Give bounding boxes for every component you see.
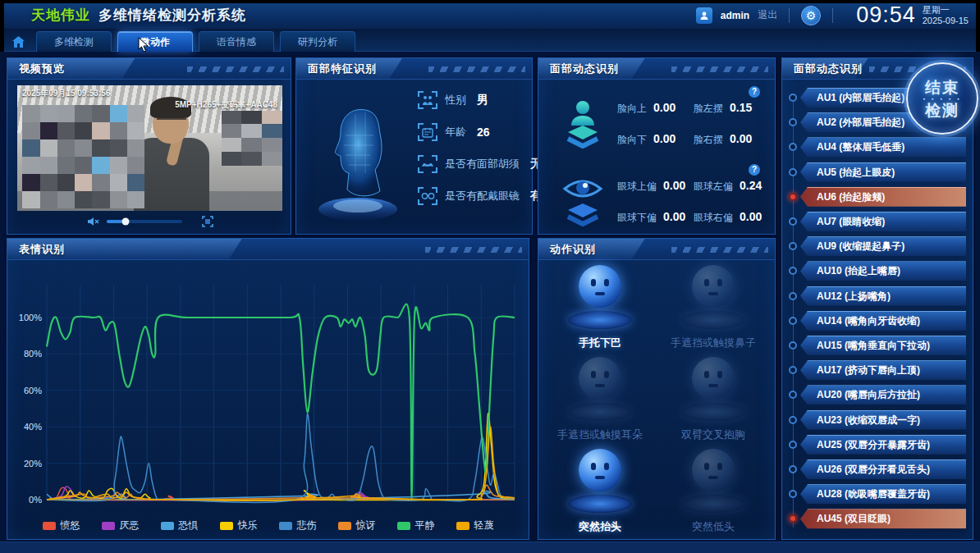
clock-date: 2025-09-15	[923, 16, 969, 26]
end-detection-button[interactable]: 结束 ● ● ● ● ● 检测	[906, 62, 978, 135]
tab-4[interactable]: 研判分析	[280, 31, 355, 52]
au-item[interactable]: AU20 (嘴唇向后方拉扯)	[782, 385, 966, 404]
au-label: AU12 (上扬嘴角)	[800, 286, 966, 306]
legend-item[interactable]: 平静	[397, 519, 435, 532]
logout-button[interactable]: 退出	[758, 8, 777, 22]
hologram-head	[305, 86, 411, 227]
feature-label: 性别	[445, 93, 466, 107]
help-icon[interactable]: ?	[749, 86, 760, 98]
panel-title: 面部特征识别	[296, 58, 532, 79]
au-item[interactable]: AU45 (双目眨眼)	[782, 509, 966, 528]
legend-label: 悲伤	[297, 519, 317, 532]
metric-label: 脸右摆	[694, 133, 723, 147]
face-features-panel: 面部特征识别	[295, 57, 533, 235]
au-item[interactable]: AU25 (双唇分开暴露牙齿)	[782, 435, 966, 455]
action-label: 双臂交叉抱胸	[681, 427, 745, 442]
au-status-dot	[789, 267, 797, 275]
au-status-dot	[789, 143, 797, 151]
au-item[interactable]: AU5 (抬起上眼皮)	[782, 162, 966, 182]
metric-value: 0.00	[653, 101, 675, 114]
legend-item[interactable]: 厌恶	[102, 519, 140, 532]
video-controls	[17, 214, 282, 229]
action-item[interactable]: 突然低头	[657, 449, 770, 541]
action-label: 手遮挡或触摸耳朵	[557, 427, 643, 442]
au-status-dot	[789, 168, 797, 176]
metric-label: 眼球右偏	[694, 211, 733, 225]
feature-label: 是否有面部胡须	[445, 157, 520, 171]
action-label: 突然低头	[692, 519, 735, 534]
au-item[interactable]: AU23 (收缩双唇成一字)	[782, 410, 966, 430]
metric-label: 脸左摆	[694, 102, 723, 116]
au-item[interactable]: AU15 (嘴角垂直向下拉动)	[782, 336, 966, 355]
fullscreen-icon[interactable]	[202, 216, 213, 227]
action-item[interactable]: 双臂交叉抱胸	[657, 357, 770, 449]
action-item[interactable]: 突然抬头	[543, 449, 657, 541]
au-item[interactable]: AU14 (嘴角向牙齿收缩)	[782, 311, 966, 331]
tab-2[interactable]: 微动作	[117, 31, 193, 52]
au-label: AU45 (双目眨眼)	[800, 509, 966, 528]
au-label: AU20 (嘴唇向后方拉扯)	[800, 385, 966, 404]
panel-header: 视频预览	[7, 58, 291, 80]
video-frame[interactable]: 2025年09月15 09:53:56 5MP+H265+变码率+AAC48	[17, 85, 282, 211]
au-status-dot	[789, 118, 797, 126]
au-item[interactable]: AU6 (抬起脸颊)	[782, 187, 966, 207]
legend-label: 惊讶	[356, 519, 376, 532]
legend-item[interactable]: 快乐	[220, 519, 258, 532]
legend-item[interactable]: 恐惧	[161, 519, 199, 532]
end-button-dots: ● ● ● ● ●	[923, 97, 962, 101]
action-item[interactable]: 手遮挡或触摸耳朵	[543, 357, 657, 449]
legend-item[interactable]: 愤怒	[43, 519, 80, 532]
au-status-dot	[789, 391, 797, 399]
au-status-dot	[789, 490, 797, 498]
tab-3[interactable]: 语音情感	[199, 31, 274, 52]
svg-text:40%: 40%	[24, 422, 42, 432]
help-icon[interactable]: ?	[749, 164, 760, 176]
tab-1[interactable]: 多维检测	[36, 31, 112, 52]
au-label: AU9 (收缩提起鼻子)	[800, 236, 966, 256]
au-item[interactable]: AU17 (挤动下唇向上顶)	[782, 360, 966, 380]
metric-value: 0.00	[663, 210, 685, 223]
action-orb-icon	[678, 449, 749, 513]
legend-item[interactable]: 惊讶	[338, 519, 376, 532]
end-button-line1: 结束	[925, 79, 959, 96]
au-item[interactable]: AU10 (抬起上嘴唇)	[782, 261, 966, 281]
au-status-dot	[789, 94, 797, 102]
au-item[interactable]: AU9 (收缩提起鼻子)	[782, 236, 966, 256]
au-label: AU28 (吮吸嘴唇覆盖牙齿)	[800, 484, 966, 504]
legend-swatch	[456, 522, 469, 530]
expression-line-chart: 0%20%40%60%80%100%	[11, 263, 525, 510]
action-item[interactable]: 手托下巴	[543, 265, 657, 357]
volume-knob[interactable]	[121, 218, 129, 226]
au-item[interactable]: AU7 (眼睛收缩)	[782, 212, 966, 231]
legend-label: 厌恶	[120, 519, 140, 532]
app-root: 天地伟业 多维情绪检测分析系统 admin 退出 ⚙ 09:54 星期一 202…	[0, 0, 980, 553]
metric-label: 眼球上偏	[617, 180, 657, 194]
metric: 脸向下0.00	[617, 132, 689, 147]
au-status-dot	[789, 341, 797, 350]
user-avatar-icon	[696, 7, 712, 24]
brand-logo: 天地伟业	[31, 6, 90, 25]
au-item[interactable]: AU28 (吮吸嘴唇覆盖牙齿)	[782, 484, 966, 504]
face-dynamics-panel: 面部动态识别 ?脸向上0.00脸左摆0.15脸向下0.00脸右摆0.00?眼球上…	[538, 57, 776, 235]
au-status-dot	[789, 317, 797, 325]
settings-gear-icon[interactable]: ⚙	[801, 6, 821, 25]
au-item[interactable]: AU12 (上扬嘴角)	[782, 286, 966, 306]
home-icon[interactable]	[4, 31, 32, 52]
panel-title: 面部动态识别	[538, 58, 775, 79]
legend-label: 快乐	[238, 519, 258, 532]
action-label: 手遮挡或触摸鼻子	[671, 336, 756, 350]
au-status-dot	[789, 292, 797, 300]
action-item[interactable]: 手遮挡或触摸鼻子	[657, 265, 770, 357]
au-status-dot	[789, 465, 797, 473]
volume-slider[interactable]	[107, 220, 182, 223]
metric-label: 眼球下偏	[617, 211, 657, 225]
bottom-strip	[0, 542, 980, 553]
au-item[interactable]: AU26 (双唇分开看见舌头)	[782, 459, 966, 479]
legend-item[interactable]: 轻蔑	[456, 519, 494, 532]
legend-item[interactable]: 悲伤	[279, 519, 317, 532]
expression-chart-panel: 表情识别 0%20%40%60%80%100% 愤怒厌恶恐惧快乐悲伤惊讶平静轻蔑	[7, 238, 529, 540]
au-item[interactable]: AU4 (整体眉毛低垂)	[782, 137, 966, 157]
header-bar: 天地伟业 多维情绪检测分析系统 admin 退出 ⚙ 09:54 星期一 202…	[0, 0, 980, 29]
mute-icon[interactable]	[87, 217, 100, 226]
metric: 眼球左偏0.24	[694, 179, 765, 194]
